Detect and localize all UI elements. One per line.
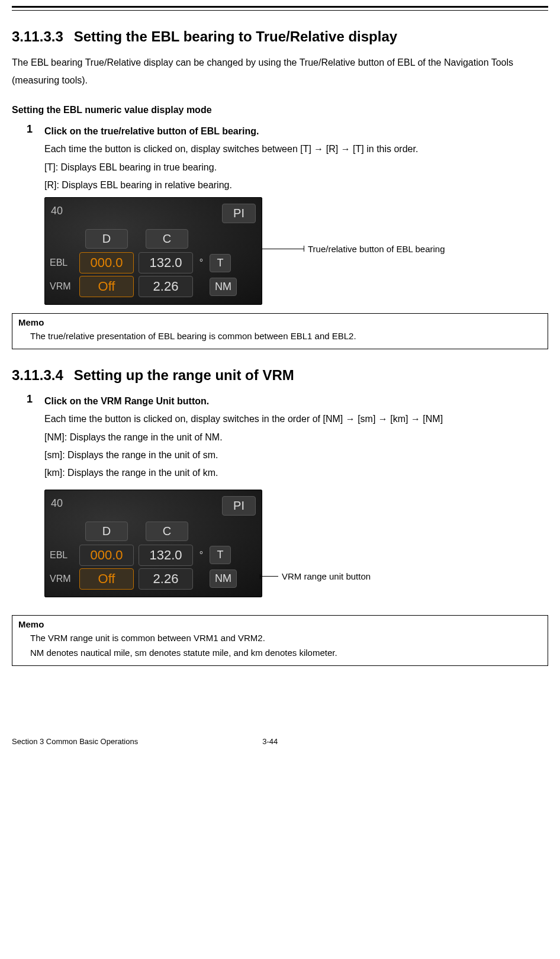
- memo-box-a: Memo The true/relative presentation of E…: [12, 313, 548, 349]
- section-number-a: 3.11.3.3: [12, 28, 63, 45]
- memo-b-line1: The VRM range unit is common between VRM…: [30, 630, 542, 646]
- step-b-line1: Each time the button is clicked on, disp…: [44, 410, 548, 428]
- panel-range-label: 40: [50, 202, 64, 217]
- ebl-vrm-panel-2: 40 PI D C EBL 000.0 132.0 ° T: [44, 490, 262, 597]
- memo-box-b: Memo The VRM range unit is common betwee…: [12, 615, 548, 666]
- step-b-line2: [NM]: Displays the range in the unit of …: [44, 429, 548, 446]
- pi-button[interactable]: PI: [222, 204, 256, 223]
- memo-b-line2: NM denotes nautical mile, sm denotes sta…: [30, 645, 542, 661]
- callout-a-text: True/relative button of EBL bearing: [308, 244, 445, 254]
- ebl-true-relative-button-2[interactable]: T: [210, 546, 231, 564]
- ebl-true-relative-button[interactable]: T: [210, 254, 231, 272]
- step-a-line1: Each time the button is clicked on, disp…: [44, 140, 548, 158]
- page-footer: Section 3 Common Basic Operations 3-44: [12, 737, 548, 746]
- vrm2-value[interactable]: 2.26: [139, 276, 193, 297]
- degree-symbol: °: [198, 258, 205, 268]
- ebl1-value-2[interactable]: 000.0: [79, 545, 134, 566]
- ebl1-value[interactable]: 000.0: [79, 252, 134, 273]
- callout-tick: [304, 246, 304, 252]
- step-a-title: Click on the true/relative button of EBL…: [44, 123, 548, 140]
- section-a-intro: The EBL bearing True/Relative display ca…: [12, 54, 548, 90]
- vrm-label-2: VRM: [50, 574, 75, 584]
- callout-b-text: VRM range unit button: [282, 571, 371, 581]
- section-number-b: 3.11.3.4: [12, 367, 63, 384]
- degree-symbol-2: °: [198, 550, 205, 561]
- ebl-label: EBL: [50, 258, 75, 268]
- callout-line-b: [260, 576, 278, 577]
- memo-b-title: Memo: [18, 619, 542, 629]
- d-button-2[interactable]: D: [85, 522, 128, 541]
- section-title-a: Setting the EBL bearing to True/Relative…: [74, 28, 397, 44]
- callout-line: [262, 249, 304, 249]
- panel-range-label-2: 40: [50, 495, 64, 510]
- step-number: 1: [27, 123, 44, 136]
- vrm1-value-2[interactable]: Off: [79, 568, 134, 590]
- c-button[interactable]: C: [146, 229, 188, 249]
- step-b-line4: [km]: Displays the range in the unit of …: [44, 464, 548, 482]
- ebl-vrm-panel: 40 PI D C EBL 000.0 132.0 ° T: [44, 197, 262, 305]
- vrm1-value[interactable]: Off: [79, 276, 134, 297]
- d-button[interactable]: D: [85, 229, 128, 249]
- step-number-b: 1: [27, 392, 44, 406]
- vrm-label: VRM: [50, 281, 75, 292]
- vrm-range-unit-button-2[interactable]: NM: [210, 569, 237, 588]
- section-heading-b: 3.11.3.4Setting up the range unit of VRM: [12, 367, 548, 384]
- pi-button-2[interactable]: PI: [222, 496, 256, 516]
- section-title-b: Setting up the range unit of VRM: [74, 367, 294, 383]
- vrm-range-unit-button[interactable]: NM: [210, 278, 237, 296]
- c-button-2[interactable]: C: [146, 522, 188, 541]
- step-b-line3: [sm]: Displays the range in the unit of …: [44, 446, 548, 464]
- step-b-title: Click on the VRM Range Unit button.: [44, 392, 548, 410]
- section-a-subhead: Setting the EBL numeric value display mo…: [12, 105, 548, 115]
- ebl-label-2: EBL: [50, 550, 75, 561]
- ebl2-value[interactable]: 132.0: [139, 252, 193, 273]
- section-heading-a: 3.11.3.3Setting the EBL bearing to True/…: [12, 28, 548, 45]
- memo-a-line: The true/relative presentation of EBL be…: [30, 329, 542, 344]
- memo-a-title: Memo: [18, 317, 542, 327]
- ebl2-value-2[interactable]: 132.0: [139, 545, 193, 566]
- footer-page: 3-44: [262, 737, 278, 746]
- step-a-1: 1 Click on the true/relative button of E…: [27, 123, 548, 305]
- vrm2-value-2[interactable]: 2.26: [139, 568, 193, 590]
- step-b-1: 1 Click on the VRM Range Unit button. Ea…: [27, 392, 548, 597]
- step-a-line2: [T]: Displays EBL bearing in true bearin…: [44, 159, 548, 176]
- step-a-line3: [R]: Displays EBL bearing in relative be…: [44, 176, 548, 194]
- footer-section: Section 3 Common Basic Operations: [12, 737, 138, 746]
- page-rule: [12, 6, 548, 11]
